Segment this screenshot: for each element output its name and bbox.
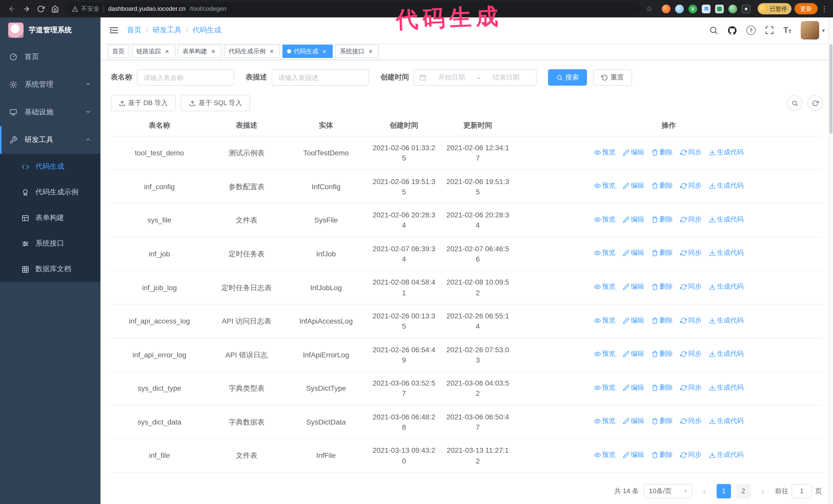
close-icon[interactable]: ✕: [367, 48, 374, 55]
action-sync-link[interactable]: 同步: [680, 282, 701, 292]
action-edit-link[interactable]: 编辑: [623, 383, 644, 393]
fullscreen-icon[interactable]: [765, 26, 774, 35]
date-range-picker[interactable]: 开始日期 - 结束日期: [414, 69, 537, 86]
sidebar-toggle-icon[interactable]: [109, 25, 119, 35]
sidebar-item-db-doc[interactable]: 数据库文档: [0, 256, 100, 282]
action-edit-link[interactable]: 编辑: [623, 316, 644, 325]
action-preview-link[interactable]: 预览: [594, 181, 615, 191]
prev-page-button[interactable]: ‹: [697, 484, 712, 498]
action-sync-link[interactable]: 同步: [680, 350, 701, 359]
scrollbar-thumb[interactable]: [829, 44, 832, 134]
action-sync-link[interactable]: 同步: [680, 215, 701, 224]
tab-home[interactable]: 首页✕: [108, 45, 129, 58]
forward-icon[interactable]: [20, 2, 33, 16]
action-preview-link[interactable]: 预览: [594, 147, 615, 157]
action-generate-link[interactable]: 生成代码: [709, 383, 743, 393]
action-delete-link[interactable]: 删除: [651, 350, 673, 359]
action-sync-link[interactable]: 同步: [680, 450, 701, 460]
chrome-update-button[interactable]: 更新: [794, 3, 818, 14]
close-icon[interactable]: ✕: [210, 48, 217, 55]
action-sync-link[interactable]: 同步: [680, 316, 701, 325]
action-delete-link[interactable]: 删除: [651, 416, 673, 426]
page-button-2[interactable]: 2: [736, 484, 751, 498]
action-preview-link[interactable]: 预览: [594, 350, 615, 359]
tab-tracing[interactable]: 链路追踪✕: [132, 45, 175, 58]
action-delete-link[interactable]: 删除: [651, 147, 673, 157]
sidebar-item-codegen[interactable]: 代码生成: [0, 154, 100, 179]
sidebar-item-home[interactable]: 首页: [0, 43, 100, 71]
extension-icon[interactable]: [742, 4, 751, 13]
action-sync-link[interactable]: 同步: [680, 248, 701, 258]
action-edit-link[interactable]: 编辑: [623, 147, 644, 157]
browser-menu-icon[interactable]: ⋮: [821, 5, 828, 13]
import-sql-button[interactable]: 基于 SQL 导入: [181, 95, 251, 111]
extension-icon[interactable]: [729, 4, 737, 13]
reset-button[interactable]: 重置: [593, 69, 632, 86]
action-delete-link[interactable]: 删除: [651, 181, 673, 191]
action-delete-link[interactable]: 删除: [651, 248, 673, 258]
reload-icon[interactable]: [34, 2, 47, 16]
table-desc-input[interactable]: [272, 69, 369, 86]
import-db-button[interactable]: 基于 DB 导入: [111, 95, 176, 111]
action-delete-link[interactable]: 删除: [651, 215, 673, 224]
breadcrumb-home[interactable]: 首页: [127, 26, 142, 35]
close-icon[interactable]: ✕: [321, 48, 328, 55]
toggle-search-button[interactable]: [787, 95, 802, 111]
close-icon[interactable]: ✕: [164, 48, 171, 55]
tab-form-builder[interactable]: 表单构建✕: [178, 45, 221, 58]
action-edit-link[interactable]: 编辑: [623, 181, 644, 191]
extension-icon[interactable]: [662, 4, 670, 13]
action-edit-link[interactable]: 编辑: [623, 248, 644, 258]
sidebar-item-devtools[interactable]: 研发工具: [0, 126, 100, 154]
action-edit-link[interactable]: 编辑: [623, 416, 644, 426]
security-warning[interactable]: 不安全: [72, 4, 99, 13]
action-generate-link[interactable]: 生成代码: [709, 282, 743, 292]
user-menu[interactable]: ▾: [801, 21, 825, 40]
back-icon[interactable]: [5, 2, 19, 16]
help-icon[interactable]: ?: [746, 26, 756, 35]
next-page-button[interactable]: ›: [756, 484, 770, 498]
action-preview-link[interactable]: 预览: [594, 416, 615, 426]
action-edit-link[interactable]: 编辑: [623, 215, 644, 224]
search-button[interactable]: 搜索: [548, 69, 587, 86]
tab-system-api[interactable]: 系统接口✕: [335, 45, 379, 58]
sidebar-item-codegen-example[interactable]: 代码生成示例: [0, 179, 100, 205]
extension-icon[interactable]: V: [688, 4, 697, 13]
action-preview-link[interactable]: 预览: [594, 383, 615, 393]
action-delete-link[interactable]: 删除: [651, 450, 673, 460]
action-sync-link[interactable]: 同步: [680, 416, 701, 426]
action-preview-link[interactable]: 预览: [594, 248, 615, 258]
action-sync-link[interactable]: 同步: [680, 383, 701, 393]
goto-page-input[interactable]: [791, 484, 812, 498]
action-generate-link[interactable]: 生成代码: [709, 416, 743, 426]
address-bar[interactable]: 不安全 dashboard.yudao.iocoder.cn/tool/code…: [65, 2, 641, 16]
breadcrumb-devtools[interactable]: 研发工具: [153, 26, 182, 35]
sidebar-item-form-builder[interactable]: 表单构建: [0, 205, 100, 231]
action-preview-link[interactable]: 预览: [594, 282, 615, 292]
action-generate-link[interactable]: 生成代码: [709, 147, 743, 157]
action-generate-link[interactable]: 生成代码: [709, 350, 743, 359]
action-edit-link[interactable]: 编辑: [623, 350, 644, 359]
profile-paused-badge[interactable]: 已暂停: [758, 3, 791, 14]
action-generate-link[interactable]: 生成代码: [709, 181, 743, 191]
github-icon[interactable]: [728, 25, 737, 35]
action-generate-link[interactable]: 生成代码: [709, 316, 743, 325]
action-generate-link[interactable]: 生成代码: [709, 248, 743, 258]
action-preview-link[interactable]: 预览: [594, 316, 615, 325]
home-icon[interactable]: [48, 2, 62, 16]
action-delete-link[interactable]: 删除: [651, 316, 673, 325]
action-generate-link[interactable]: 生成代码: [709, 450, 743, 460]
action-generate-link[interactable]: 生成代码: [709, 215, 743, 224]
action-edit-link[interactable]: 编辑: [623, 282, 644, 292]
page-button-1[interactable]: 1: [717, 484, 731, 498]
table-name-input[interactable]: [137, 69, 234, 86]
refresh-table-button[interactable]: [807, 95, 823, 111]
extension-icon[interactable]: [675, 4, 684, 13]
action-sync-link[interactable]: 同步: [680, 181, 701, 191]
font-size-icon[interactable]: T: [783, 26, 791, 34]
close-icon[interactable]: ✕: [268, 48, 275, 55]
extension-icon[interactable]: [702, 4, 711, 13]
header-search-icon[interactable]: [709, 26, 718, 35]
action-edit-link[interactable]: 编辑: [623, 450, 644, 460]
action-delete-link[interactable]: 删除: [651, 383, 673, 393]
